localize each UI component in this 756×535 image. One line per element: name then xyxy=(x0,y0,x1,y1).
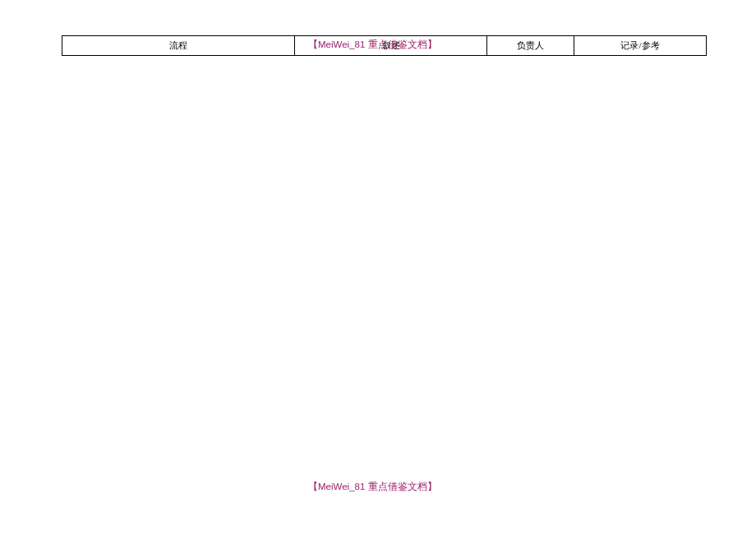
watermark-bracket-close: 】 xyxy=(427,482,437,491)
col-header-flow: 流程 xyxy=(62,36,295,56)
table-header-row: 流程 叙述 负责人 记录/参考 xyxy=(62,36,707,56)
header-table: 流程 叙述 负责人 记录/参考 xyxy=(62,35,707,56)
watermark-cn: 重点借鉴文档 xyxy=(368,482,427,491)
col-header-desc: 叙述 xyxy=(295,36,487,56)
col-header-owner: 负责人 xyxy=(487,36,574,56)
watermark-latin: MeiWei_81 xyxy=(318,482,368,491)
watermark-footer: 【MeiWei_81 重点借鉴文档】 xyxy=(308,481,437,493)
table-container: 流程 叙述 负责人 记录/参考 xyxy=(62,35,706,56)
col-header-record: 记录/参考 xyxy=(574,36,707,56)
watermark-bracket-open: 【 xyxy=(308,482,318,491)
